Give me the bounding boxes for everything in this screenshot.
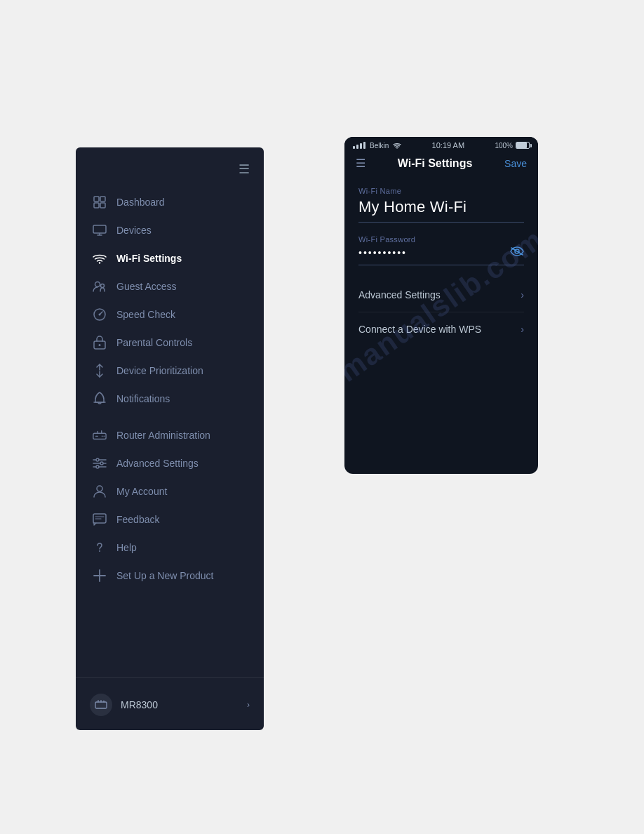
connect-wps-label: Connect a Device with WPS: [358, 324, 481, 335]
wifi-status-icon: [393, 142, 401, 149]
password-dots: ••••••••••: [358, 247, 407, 258]
sidebar-header: ☰: [76, 161, 264, 188]
battery-icon: [516, 142, 530, 149]
dashboard-icon: [93, 195, 107, 209]
svg-point-33: [99, 550, 100, 552]
phone-nav-bar: ☰ Wi-Fi Settings Save: [344, 152, 538, 176]
svg-point-27: [100, 462, 103, 465]
advanced-settings-icon: [93, 456, 107, 470]
sidebar-item-wifi-settings[interactable]: Wi-Fi Settings: [76, 244, 264, 272]
svg-point-40: [396, 147, 398, 149]
battery-pct-label: 100%: [495, 142, 513, 150]
sidebar: ☰ Dashboard: [76, 147, 264, 730]
connect-wps-row[interactable]: Connect a Device with WPS ›: [358, 312, 524, 346]
sidebar-item-feedback[interactable]: Feedback: [76, 505, 264, 534]
advanced-settings-row[interactable]: Advanced Settings ›: [358, 278, 524, 312]
svg-point-19: [102, 435, 103, 437]
wifi-password-label: Wi-Fi Password: [358, 235, 524, 244]
sidebar-item-label: Advanced Settings: [116, 458, 199, 469]
sidebar-item-label: Parental Controls: [116, 337, 192, 348]
svg-point-26: [96, 458, 99, 461]
device-avatar: [90, 694, 112, 716]
devices-icon: [93, 223, 107, 237]
sidebar-item-device-prioritization[interactable]: Device Prioritization: [76, 357, 264, 385]
sidebar-item-label: Devices: [116, 225, 152, 236]
svg-point-11: [99, 314, 101, 316]
parental-icon: [93, 336, 107, 350]
advanced-settings-label: Advanced Settings: [358, 289, 441, 300]
sidebar-item-label: Guest Access: [116, 281, 177, 292]
phone-page-title: Wi-Fi Settings: [398, 157, 473, 170]
wifi-password-field-group: Wi-Fi Password ••••••••••: [358, 235, 524, 265]
chevron-right-icon: ›: [247, 700, 250, 710]
sidebar-item-router-admin[interactable]: Router Administration: [76, 421, 264, 449]
advanced-settings-chevron-icon: ›: [521, 289, 524, 300]
sidebar-item-setup-new[interactable]: Set Up a New Product: [76, 562, 264, 590]
wifi-password-input[interactable]: ••••••••••: [358, 246, 524, 265]
svg-point-28: [96, 465, 99, 468]
save-button[interactable]: Save: [504, 158, 527, 169]
sidebar-footer: MR8300 ›: [76, 677, 264, 723]
sidebar-nav: Dashboard Devices: [76, 188, 264, 677]
sidebar-item-devices[interactable]: Devices: [76, 216, 264, 244]
sidebar-item-label: Set Up a New Product: [116, 570, 214, 581]
svg-point-8: [95, 282, 100, 287]
prioritization-icon: [93, 364, 107, 378]
sidebar-item-my-account[interactable]: My Account: [76, 477, 264, 505]
plus-icon: [93, 569, 107, 583]
svg-point-9: [101, 284, 105, 288]
svg-point-13: [99, 344, 101, 346]
sidebar-item-help[interactable]: Help: [76, 534, 264, 562]
connect-wps-chevron-icon: ›: [521, 324, 524, 335]
status-time: 10:19 AM: [432, 141, 464, 150]
svg-rect-3: [100, 203, 105, 208]
sidebar-item-guest-access[interactable]: Guest Access: [76, 272, 264, 300]
wifi-name-label: Wi-Fi Name: [358, 187, 524, 195]
wifi-icon: [93, 251, 107, 265]
sidebar-item-parental-controls[interactable]: Parental Controls: [76, 329, 264, 357]
page-container: ☰ Dashboard: [0, 0, 644, 834]
svg-rect-4: [93, 225, 106, 233]
phone-content: Wi-Fi Name My Home Wi-Fi Wi-Fi Password …: [344, 176, 538, 474]
sidebar-item-label: Notifications: [116, 393, 170, 404]
router-icon: [93, 428, 107, 442]
account-icon: [93, 484, 107, 498]
phone-mockup: Belkin 10:19 AM 100% ☰ Wi-Fi Settings Sa: [344, 137, 538, 474]
sidebar-item-label: Router Administration: [116, 430, 210, 441]
sidebar-item-label: Feedback: [116, 514, 159, 525]
sidebar-item-label: Device Prioritization: [116, 365, 203, 376]
notifications-icon: [93, 392, 107, 406]
svg-rect-0: [94, 197, 99, 201]
speed-icon: [93, 307, 107, 322]
status-right: 100%: [495, 142, 530, 150]
svg-rect-2: [94, 203, 99, 208]
svg-rect-36: [95, 702, 107, 708]
hamburger-icon[interactable]: ☰: [239, 161, 250, 177]
guest-icon: [93, 279, 107, 293]
phone-status-bar: Belkin 10:19 AM 100%: [344, 137, 538, 152]
status-left: Belkin: [353, 142, 401, 150]
sidebar-item-label: My Account: [116, 486, 167, 497]
sidebar-item-label: Speed Check: [116, 309, 175, 320]
sidebar-item-label: Help: [116, 542, 137, 553]
phone-hamburger-icon[interactable]: ☰: [356, 157, 365, 170]
feedback-icon: [93, 512, 107, 527]
svg-point-7: [99, 262, 100, 263]
sidebar-item-label: Wi-Fi Settings: [116, 253, 182, 264]
signal-icon: [353, 142, 365, 149]
device-name: MR8300: [121, 699, 239, 710]
sidebar-item-notifications[interactable]: Notifications: [76, 385, 264, 413]
wifi-name-field-group: Wi-Fi Name My Home Wi-Fi: [358, 187, 524, 223]
help-icon: [93, 541, 107, 555]
sidebar-item-dashboard[interactable]: Dashboard: [76, 188, 264, 216]
sidebar-item-advanced-settings[interactable]: Advanced Settings: [76, 449, 264, 477]
wifi-name-value[interactable]: My Home Wi-Fi: [358, 198, 524, 223]
svg-point-29: [97, 486, 102, 491]
sidebar-item-speed-check[interactable]: Speed Check: [76, 300, 264, 329]
svg-rect-1: [100, 197, 105, 201]
password-toggle-icon[interactable]: [510, 246, 524, 259]
battery-fill: [516, 143, 527, 148]
svg-point-20: [103, 435, 105, 437]
footer-device-item[interactable]: MR8300 ›: [76, 687, 264, 723]
nav-spacer: [76, 413, 264, 421]
